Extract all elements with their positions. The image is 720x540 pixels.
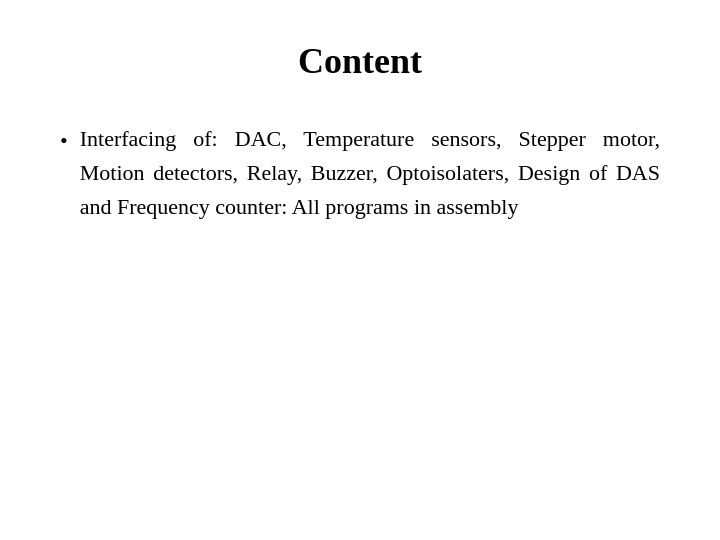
bullet-text: Interfacing of: DAC, Temperature sensors… <box>80 122 660 224</box>
title-section: Content <box>60 40 660 82</box>
page-title: Content <box>60 40 660 82</box>
content-section: • Interfacing of: DAC, Temperature senso… <box>60 122 660 224</box>
bullet-item: • Interfacing of: DAC, Temperature senso… <box>60 122 660 224</box>
bullet-dot: • <box>60 124 68 157</box>
